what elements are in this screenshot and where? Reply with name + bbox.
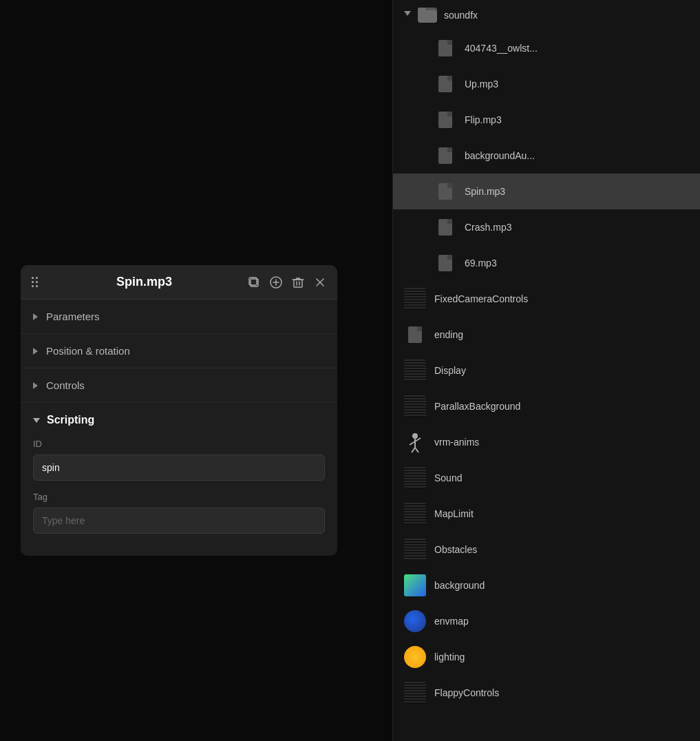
item-label: Crash.mp3 bbox=[465, 222, 511, 233]
item-label: ending bbox=[434, 329, 463, 340]
item-label: Obstacles bbox=[434, 544, 477, 555]
position-rotation-chevron-icon bbox=[33, 348, 38, 355]
file-icon bbox=[404, 324, 426, 346]
header-icons bbox=[248, 276, 326, 289]
item-label: FixedCameraControls bbox=[434, 293, 528, 304]
file-icon bbox=[434, 252, 456, 274]
svg-rect-24 bbox=[447, 219, 452, 224]
id-input[interactable] bbox=[33, 455, 325, 481]
right-panel: soundfx 404743__owlst... Up.mp3 bbox=[392, 0, 700, 741]
soundfx-folder-chevron-icon bbox=[404, 11, 411, 19]
item-label: MapLimit bbox=[434, 508, 474, 519]
globe-icon bbox=[404, 610, 426, 632]
list-item[interactable]: Obstacles bbox=[393, 532, 700, 567]
list-item[interactable]: envmap bbox=[393, 603, 700, 639]
svg-line-34 bbox=[415, 448, 418, 452]
controls-chevron-icon bbox=[33, 382, 38, 389]
list-item[interactable]: ending bbox=[393, 317, 700, 353]
controls-label: Controls bbox=[46, 379, 85, 391]
list-item[interactable]: Flip.mp3 bbox=[393, 102, 700, 138]
thumbnail-icon bbox=[404, 288, 426, 310]
parameters-chevron-icon bbox=[33, 313, 38, 320]
close-button[interactable] bbox=[314, 276, 326, 289]
list-item[interactable]: backgroundAu... bbox=[393, 138, 700, 174]
item-label: Up.mp3 bbox=[465, 79, 498, 90]
svg-point-29 bbox=[412, 433, 418, 439]
item-label: vrm-anims bbox=[434, 437, 479, 448]
soundfx-folder[interactable]: soundfx bbox=[393, 0, 700, 30]
list-item[interactable]: ParallaxBackground bbox=[393, 388, 700, 424]
inspector-header: Spin.mp3 bbox=[21, 265, 337, 300]
svg-rect-28 bbox=[417, 326, 422, 331]
list-item[interactable]: lighting bbox=[393, 639, 700, 675]
scripting-title: Scripting bbox=[47, 414, 94, 426]
drag-handle-icon bbox=[32, 277, 38, 287]
file-icon bbox=[434, 37, 456, 59]
parameters-label: Parameters bbox=[46, 311, 100, 322]
list-item[interactable]: Spin.mp3 bbox=[393, 174, 700, 209]
list-item[interactable]: vrm-anims bbox=[393, 424, 700, 460]
sun-icon bbox=[404, 646, 426, 668]
tag-input[interactable] bbox=[33, 508, 325, 534]
item-label: Sound bbox=[434, 472, 462, 483]
tag-label: Tag bbox=[33, 492, 325, 502]
list-item[interactable]: Display bbox=[393, 353, 700, 388]
thumbnail-icon bbox=[404, 682, 426, 704]
item-label: background bbox=[434, 580, 485, 591]
svg-rect-26 bbox=[447, 255, 452, 260]
position-rotation-section[interactable]: Position & rotation bbox=[21, 334, 337, 368]
scripting-header[interactable]: Scripting bbox=[33, 414, 325, 426]
svg-line-33 bbox=[412, 448, 415, 452]
file-icon bbox=[434, 73, 456, 95]
item-label: Display bbox=[434, 365, 466, 376]
thumbnail-icon bbox=[404, 395, 426, 417]
file-icon bbox=[434, 145, 456, 167]
scripting-section: Scripting ID Tag bbox=[21, 403, 337, 556]
item-label: Flip.mp3 bbox=[465, 114, 502, 125]
left-panel: Spin.mp3 bbox=[0, 0, 392, 741]
thumbnail-icon bbox=[404, 503, 426, 525]
parameters-section[interactable]: Parameters bbox=[21, 300, 337, 334]
list-item[interactable]: Up.mp3 bbox=[393, 66, 700, 102]
list-item[interactable]: 69.mp3 bbox=[393, 245, 700, 281]
controls-section[interactable]: Controls bbox=[21, 368, 337, 403]
svg-rect-14 bbox=[447, 40, 452, 45]
thumbnail-icon bbox=[404, 539, 426, 561]
inspector-card: Spin.mp3 bbox=[21, 265, 337, 556]
list-item[interactable]: Crash.mp3 bbox=[393, 209, 700, 245]
svg-rect-16 bbox=[447, 76, 452, 81]
svg-rect-5 bbox=[294, 280, 302, 287]
item-label: ParallaxBackground bbox=[434, 401, 520, 412]
soundfx-folder-icon bbox=[418, 8, 437, 23]
list-item[interactable]: MapLimit bbox=[393, 496, 700, 532]
svg-rect-22 bbox=[447, 183, 452, 188]
svg-rect-18 bbox=[447, 112, 452, 116]
inspector-title: Spin.mp3 bbox=[116, 275, 172, 289]
svg-line-31 bbox=[410, 441, 415, 445]
position-rotation-label: Position & rotation bbox=[46, 345, 130, 357]
id-label: ID bbox=[33, 439, 325, 449]
item-label: 69.mp3 bbox=[465, 258, 497, 269]
copy-button[interactable] bbox=[248, 276, 260, 289]
item-label: lighting bbox=[434, 651, 465, 662]
list-item[interactable]: Sound bbox=[393, 460, 700, 496]
person-icon bbox=[404, 431, 426, 453]
list-item[interactable]: background bbox=[393, 567, 700, 603]
thumbnail-icon bbox=[404, 359, 426, 382]
delete-button[interactable] bbox=[292, 276, 304, 289]
list-item[interactable]: 404743__owlst... bbox=[393, 30, 700, 66]
list-item[interactable]: FixedCameraControls bbox=[393, 281, 700, 317]
file-icon bbox=[434, 109, 456, 131]
svg-rect-20 bbox=[447, 147, 452, 152]
add-button[interactable] bbox=[270, 276, 282, 289]
item-label: 404743__owlst... bbox=[465, 43, 538, 54]
file-icon bbox=[434, 216, 456, 238]
background-thumbnail-icon bbox=[404, 574, 426, 596]
item-label: Spin.mp3 bbox=[465, 186, 505, 197]
item-label: backgroundAu... bbox=[465, 150, 535, 161]
list-item[interactable]: FlappyControls bbox=[393, 675, 700, 711]
item-label: envmap bbox=[434, 616, 469, 627]
scripting-chevron-icon bbox=[33, 418, 40, 423]
soundfx-folder-label: soundfx bbox=[444, 10, 478, 21]
file-icon bbox=[434, 180, 456, 202]
